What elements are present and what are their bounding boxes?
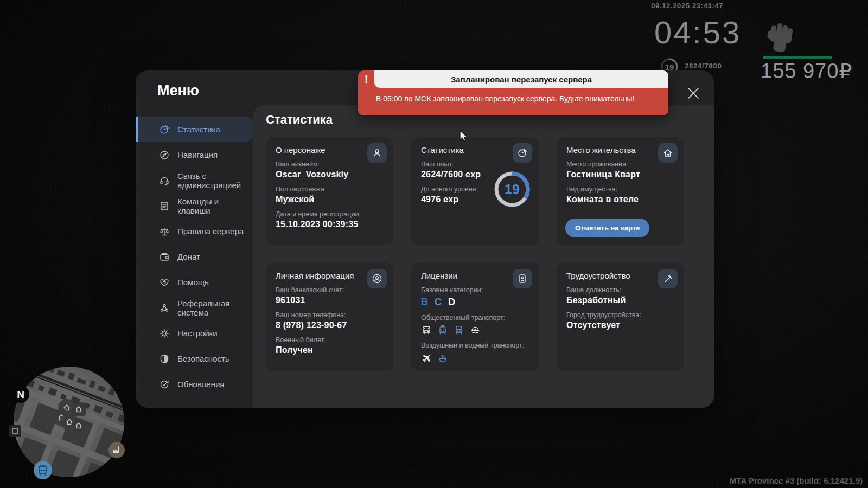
sidebar-item-label: Реферальная система <box>177 299 246 317</box>
plane-icon <box>421 352 432 363</box>
minimap: N <box>8 361 132 486</box>
sidebar-item-referral-system[interactable]: Реферальная система <box>136 295 253 320</box>
notification-title: Запланирован перезапуск сервера <box>374 70 668 88</box>
field-value: 8 (978) 123-90-67 <box>276 320 384 330</box>
page-title: Статистика <box>266 113 333 127</box>
heart-handshake-icon <box>159 277 170 288</box>
field-label: Общественный транспорт: <box>421 314 529 322</box>
category-c: C <box>435 297 442 308</box>
sidebar-item-updates[interactable]: Обновления <box>136 371 253 397</box>
sidebar-item-server-rules[interactable]: Правила сервера <box>136 219 253 244</box>
gear-icon <box>159 328 170 339</box>
menu-panel: Меню Статистика Навигация <box>136 70 714 408</box>
sidebar-item-help[interactable]: Помощь <box>136 269 253 295</box>
shield-icon <box>159 354 170 364</box>
card-personal-info: Личная информация Ваш банковский счет: 9… <box>266 262 393 371</box>
hud-exp-counter: 2624/7600 <box>685 62 722 70</box>
raised-fist-icon <box>766 18 795 53</box>
cards-grid: О персонаже Ваш никнейм: Oscar_Vozovskiy… <box>266 137 684 371</box>
server-restart-notification: ! Запланирован перезапуск сервера В 05:0… <box>358 70 668 115</box>
field-label: Ваш банковский счет: <box>276 286 384 294</box>
card-character: О персонаже Ваш никнейм: Oscar_Vozovskiy… <box>266 137 393 245</box>
mark-on-map-button[interactable]: Отметить на карте <box>565 219 649 237</box>
field-label: Пол персонажа: <box>276 185 384 193</box>
card-stats: Статистика Ваш опыт: 2624/7600 exp До но… <box>411 137 539 245</box>
field-label: Воздушный и водный транспорт: <box>421 342 529 349</box>
field-label: Ваша должность: <box>566 286 674 294</box>
sidebar-item-label: Безопасность <box>177 354 229 363</box>
hud-money: 155 970₽ <box>761 59 853 83</box>
field-value: Мужской <box>276 195 384 204</box>
sidebar-item-donate[interactable]: Донат <box>136 244 253 269</box>
card-licenses: Лицензии Базовые категории: B C D Общест… <box>411 262 539 371</box>
field-label: Военный билет: <box>276 336 384 344</box>
close-menu-button[interactable] <box>682 82 705 105</box>
sidebar-item-label: Настройки <box>177 329 218 338</box>
field-label: Ваш опыт: <box>421 160 529 168</box>
level-progress-ring: 19 <box>492 169 532 209</box>
train-icon <box>454 325 464 336</box>
sidebar-item-label: Статистика <box>177 125 220 134</box>
sidebar-item-commands-keys[interactable]: Команды и клавиши <box>136 193 253 219</box>
bus-icon <box>421 325 432 336</box>
card-residence: Место жительства Место проживания: Гости… <box>557 137 684 245</box>
sidebar-item-statistics[interactable]: Статистика <box>136 117 253 142</box>
field-value: Oscar_Vozovskiy <box>276 170 384 179</box>
server-build-label: MTA Province #3 (build: 6.12421.9) <box>730 476 863 485</box>
person-icon <box>367 143 387 163</box>
field-value: Гостиница Кварт <box>566 170 674 179</box>
mouse-cursor <box>458 130 470 143</box>
house-icon <box>658 143 678 163</box>
sidebar-item-label: Донат <box>177 252 200 261</box>
wallet-icon <box>159 252 170 262</box>
network-icon <box>159 303 170 313</box>
sidebar-item-label: Правила сервера <box>177 227 244 236</box>
sidebar: Статистика Навигация Связь с администрац… <box>136 117 253 397</box>
sidebar-item-label: Связь с администрацией <box>177 171 246 190</box>
notification-body: В 05:00 по МСК запланирован перезапуск с… <box>376 94 659 103</box>
field-label: Ваш номер телефона: <box>276 311 384 319</box>
captain-hat-icon <box>470 325 481 336</box>
list-icon <box>159 201 170 211</box>
pickaxe-icon <box>658 269 678 288</box>
field-value: Безработный <box>566 296 674 305</box>
sidebar-item-navigation[interactable]: Навигация <box>136 142 253 168</box>
sidebar-item-admin-contact[interactable]: Связь с администрацией <box>136 168 253 193</box>
field-value: 15.10.2023 00:39:35 <box>276 220 384 229</box>
field-value: Отсутствует <box>566 320 674 330</box>
close-icon <box>685 85 701 101</box>
sidebar-item-label: Помощь <box>177 278 209 287</box>
card-employment: Трудоустройство Ваша должность: Безработ… <box>557 262 684 371</box>
scales-icon <box>159 226 170 237</box>
content-area: Статистика О персонаже Ваш никнейм: Osca… <box>253 105 714 408</box>
hud-datetime: 09.12.2025 23:43:47 <box>651 2 723 10</box>
sidebar-item-label: Обновления <box>177 380 224 389</box>
minimap-north-marker: N <box>12 386 29 403</box>
category-d: D <box>448 297 455 308</box>
game-screen: 09.12.2025 23:43:47 04:53 19 2624/7600 1… <box>0 0 868 488</box>
level-number: 19 <box>492 169 532 209</box>
compass-icon <box>159 150 170 160</box>
sidebar-item-security[interactable]: Безопасность <box>136 346 253 371</box>
field-label: Дата и время регистрации: <box>276 210 384 218</box>
tram-icon <box>437 325 448 336</box>
field-value: Комната в отеле <box>566 195 674 204</box>
minimap-bus-marker <box>34 461 52 479</box>
license-categories: B C D <box>421 297 529 308</box>
hud-clock: 04:53 <box>654 14 741 50</box>
field-label: Город трудоустройства: <box>566 311 674 319</box>
north-label: N <box>17 389 24 400</box>
exclamation-icon: ! <box>358 70 374 88</box>
headset-icon <box>159 175 170 186</box>
air-water-transport-icons <box>421 352 529 363</box>
sidebar-item-settings[interactable]: Настройки <box>136 320 253 346</box>
license-card-icon <box>513 269 532 288</box>
field-label: Базовые категории: <box>421 286 529 294</box>
field-label: Место проживания: <box>566 160 674 168</box>
field-value: Получен <box>276 345 384 355</box>
sidebar-item-label: Команды и клавиши <box>177 197 246 215</box>
person-circle-icon <box>367 269 387 288</box>
menu-title: Меню <box>157 82 199 99</box>
sidebar-item-label: Навигация <box>177 150 218 159</box>
minimap-square-marker <box>9 425 21 437</box>
